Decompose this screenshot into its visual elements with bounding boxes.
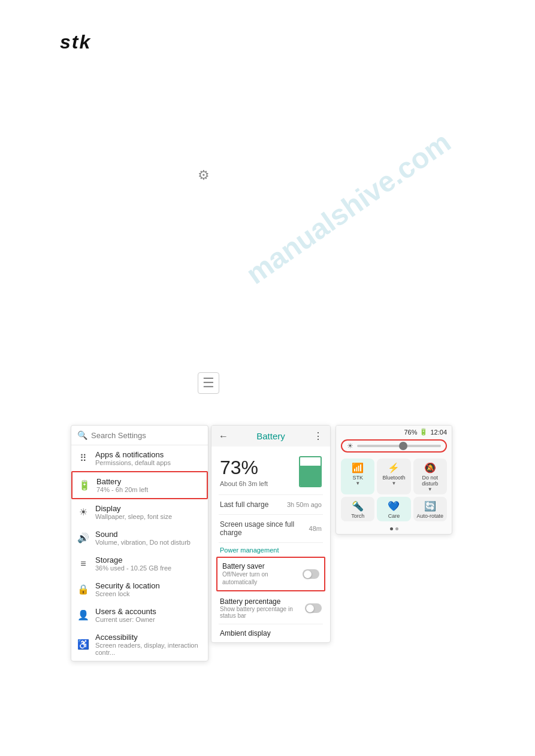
brightness-slider[interactable] <box>357 445 441 447</box>
battery-time-left: About 6h 3m left <box>220 480 268 487</box>
screen-usage-row: Screen usage since full charge 48m <box>211 515 330 542</box>
dnd-icon: 🔕 <box>424 462 436 473</box>
autorotate-label: Auto-rotate <box>417 513 444 519</box>
bluetooth-icon: ⚡ <box>388 462 400 473</box>
sound-icon: 🔊 <box>77 532 89 544</box>
dnd-dropdown-icon: ▼ <box>428 487 433 492</box>
stk-logo: stk <box>60 31 91 53</box>
battery-saver-title: Battery saver <box>222 562 303 570</box>
battery-fill <box>300 466 321 486</box>
storage-icon: ≡ <box>77 558 89 570</box>
last-charge-label: Last full charge <box>220 500 268 509</box>
settings-search-bar[interactable]: 🔍 <box>71 426 208 445</box>
qs-tiles-row2: 🔦 Torch 💙 Care 🔄 Auto-rotate <box>336 497 452 525</box>
battery-icon: 🔋 <box>78 479 90 491</box>
battery-percent-status: 76% <box>404 429 417 436</box>
wifi-dropdown-icon: ▼ <box>355 481 360 486</box>
hamburger-icon[interactable]: ☰ <box>198 372 219 394</box>
lock-icon: 🔒 <box>77 584 89 596</box>
more-icon[interactable]: ⋮ <box>313 430 323 442</box>
qs-tile-autorotate[interactable]: 🔄 Auto-rotate <box>413 497 447 521</box>
sidebar-item-display[interactable]: ☀ Display Wallpaper, sleep, font size <box>71 499 208 525</box>
battery-percentage-title: Battery percentage <box>220 597 305 606</box>
battery-saver-toggle[interactable] <box>303 569 319 579</box>
apps-icon: ⠿ <box>77 453 89 464</box>
sidebar-item-users[interactable]: 👤 Users & accounts Current user: Owner <box>71 602 208 628</box>
battery-percentage-subtitle: Show battery percentage in status bar <box>220 606 305 619</box>
autorotate-icon: 🔄 <box>424 500 436 512</box>
qs-tiles-row1: 📶 STK ▼ ⚡ Bluetooth ▼ 🔕 Do not disturb ▼ <box>336 456 452 497</box>
ambient-display-title: Ambient display <box>220 629 271 637</box>
dnd-label: Do not disturb <box>415 475 446 487</box>
qs-tile-bluetooth[interactable]: ⚡ Bluetooth ▼ <box>377 459 410 494</box>
brightness-thumb <box>399 442 407 450</box>
battery-saver-row[interactable]: Battery saver Off/Never turn on automati… <box>216 557 325 591</box>
sidebar-item-apps[interactable]: ⠿ Apps & notifications Permissions, defa… <box>71 445 208 471</box>
ambient-display-row[interactable]: Ambient display <box>211 624 330 642</box>
last-charge-value: 3h 50m ago <box>287 501 322 508</box>
brightness-row[interactable]: ☀ <box>341 439 447 453</box>
battery-percentage-row[interactable]: Battery percentage Show battery percenta… <box>211 593 330 624</box>
bluetooth-dropdown-icon: ▼ <box>392 481 397 486</box>
last-full-charge-row: Last full charge 3h 50m ago <box>211 495 330 514</box>
care-icon: 💙 <box>388 500 400 512</box>
qs-tile-care[interactable]: 💙 Care <box>377 497 410 521</box>
battery-saver-subtitle: Off/Never turn on automatically <box>222 570 303 586</box>
search-input[interactable] <box>91 431 202 440</box>
status-bar: 76% 🔋 12:04 <box>336 426 452 437</box>
sidebar-item-accessibility[interactable]: ♿ Accessibility Screen readers, display,… <box>71 628 208 661</box>
torch-label: Torch <box>351 513 364 519</box>
display-icon: ☀ <box>77 506 89 518</box>
qs-dot-1 <box>390 527 393 530</box>
qs-dot-2 <box>395 527 398 530</box>
qs-tile-dnd[interactable]: 🔕 Do not disturb ▼ <box>413 459 447 494</box>
battery-panel-header: ← Battery ⋮ <box>211 426 330 447</box>
power-management-label: Power management <box>211 543 330 555</box>
battery-panel: ← Battery ⋮ 73% About 6h 3m left Last fu… <box>211 425 331 643</box>
wifi-icon: 📶 <box>352 462 364 473</box>
bluetooth-label: Bluetooth <box>382 475 405 481</box>
care-label: Care <box>388 513 400 519</box>
watermark: manualshive.com <box>240 125 457 290</box>
battery-percentage-toggle[interactable] <box>305 603 322 613</box>
screen-usage-value: 48m <box>309 525 322 532</box>
sidebar-item-battery[interactable]: 🔋 Battery 74% - 6h 20m left <box>71 471 208 499</box>
search-icon: 🔍 <box>77 430 87 440</box>
brightness-icon: ☀ <box>347 442 353 450</box>
battery-status-icon: 🔋 <box>419 428 428 436</box>
sidebar-item-storage[interactable]: ≡ Storage 36% used - 10.25 GB free <box>71 551 208 576</box>
person-icon: 👤 <box>77 609 89 621</box>
qs-tile-wifi[interactable]: 📶 STK ▼ <box>341 459 374 494</box>
battery-panel-title: Battery <box>256 431 285 441</box>
screen-usage-label: Screen usage since full charge <box>220 520 309 537</box>
sidebar-item-sound[interactable]: 🔊 Sound Volume, vibration, Do not distur… <box>71 525 208 551</box>
settings-panel: 🔍 ⠿ Apps & notifications Permissions, de… <box>71 425 208 661</box>
qs-tile-torch[interactable]: 🔦 Torch <box>341 497 374 521</box>
battery-visual-icon <box>299 456 322 487</box>
quick-settings-panel: 76% 🔋 12:04 ☀ 📶 STK ▼ ⚡ Bluetooth ▼ 🔕 Do… <box>335 425 452 535</box>
sidebar-item-security[interactable]: 🔒 Security & location Screen lock <box>71 576 208 602</box>
qs-page-dots <box>336 525 452 534</box>
accessibility-icon: ♿ <box>77 639 89 651</box>
time-display: 12:04 <box>430 429 447 436</box>
gear-icon: ⚙ <box>198 168 210 183</box>
torch-icon: 🔦 <box>352 500 364 512</box>
back-icon[interactable]: ← <box>219 431 228 442</box>
battery-percentage-value: 73% <box>220 457 268 479</box>
battery-status-section: 73% About 6h 3m left <box>211 447 330 494</box>
wifi-label: STK <box>352 475 363 481</box>
